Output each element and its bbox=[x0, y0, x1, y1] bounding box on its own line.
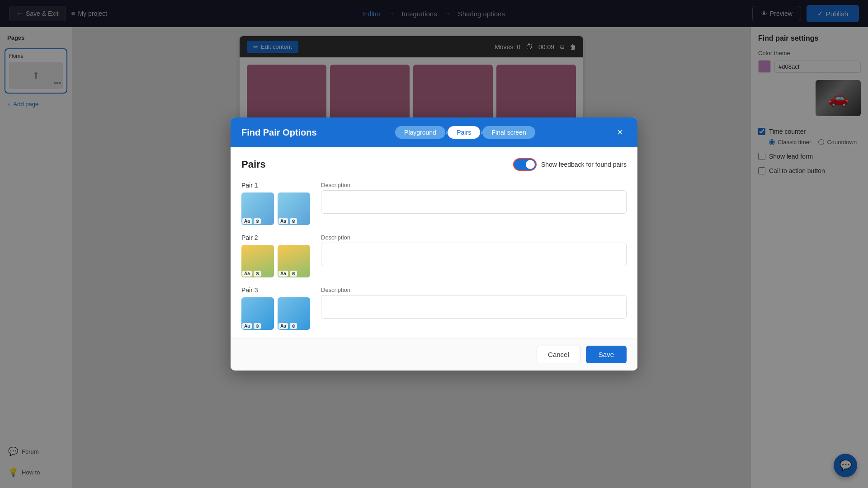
pair-1-aa-badge: Aa bbox=[242, 218, 252, 224]
pair-row-2: Pair 2 Aa ⊙ Aa ⊙ bbox=[241, 234, 627, 277]
pair-2-images: Aa ⊙ Aa ⊙ bbox=[241, 245, 314, 277]
pair-row-3: Pair 3 Aa ⊙ Aa ⊙ bbox=[241, 286, 627, 330]
pair-2-desc-col: Description bbox=[321, 234, 627, 266]
modal-overlay: Find Pair Options Playground › Pairs › F… bbox=[0, 0, 868, 488]
pair-3-image-a-overlay: Aa ⊙ bbox=[242, 323, 261, 329]
save-button[interactable]: Save bbox=[586, 346, 627, 363]
step-final-screen[interactable]: Final screen bbox=[482, 126, 535, 139]
modal-title: Find Pair Options bbox=[241, 127, 317, 138]
pair-2-cam-badge: ⊙ bbox=[254, 271, 261, 277]
pair-1-image-b[interactable]: Aa ⊙ bbox=[278, 192, 310, 225]
pairs-title: Pairs bbox=[241, 159, 266, 170]
modal-close-button[interactable]: × bbox=[613, 125, 627, 140]
pair-row-1: Pair 1 Aa ⊙ Aa ⊙ bbox=[241, 182, 627, 225]
modal-body: Pairs Show feedback for found pairs Pair… bbox=[231, 147, 637, 338]
pair-2b-cam-badge: ⊙ bbox=[290, 271, 297, 277]
toggle-knob bbox=[526, 160, 535, 169]
pair-2-image-b-overlay: Aa ⊙ bbox=[278, 271, 297, 277]
modal-steps: Playground › Pairs › Final screen bbox=[395, 126, 535, 139]
step-pairs[interactable]: Pairs bbox=[448, 126, 480, 139]
find-pair-modal: Find Pair Options Playground › Pairs › F… bbox=[231, 117, 637, 371]
pair-1-image-b-overlay: Aa ⊙ bbox=[278, 218, 297, 224]
pair-1-cam-badge: ⊙ bbox=[254, 218, 261, 224]
pair-1-description-input[interactable] bbox=[321, 190, 627, 214]
pair-3-image-b[interactable]: Aa ⊙ bbox=[278, 297, 310, 330]
pair-3-label: Pair 3 bbox=[241, 286, 314, 294]
pair-3-desc-label: Description bbox=[321, 286, 627, 293]
pair-3-cam-badge: ⊙ bbox=[254, 323, 261, 329]
pair-3-image-b-overlay: Aa ⊙ bbox=[278, 323, 297, 329]
pair-1-desc-label: Description bbox=[321, 182, 627, 188]
pair-2-image-a-overlay: Aa ⊙ bbox=[242, 271, 261, 277]
pair-1-images: Aa ⊙ Aa ⊙ bbox=[241, 192, 314, 225]
pair-2-image-b[interactable]: Aa ⊙ bbox=[278, 245, 310, 277]
pair-3-image-a[interactable]: Aa ⊙ bbox=[241, 297, 274, 330]
pair-3-images: Aa ⊙ Aa ⊙ bbox=[241, 297, 314, 330]
pair-2-image-a[interactable]: Aa ⊙ bbox=[241, 245, 274, 277]
pair-2-label: Pair 2 bbox=[241, 234, 314, 241]
pair-2-description-input[interactable] bbox=[321, 243, 627, 266]
pair-2b-aa-badge: Aa bbox=[278, 271, 288, 277]
pair-3b-aa-badge: Aa bbox=[278, 323, 288, 329]
feedback-toggle[interactable] bbox=[513, 158, 537, 171]
step-playground[interactable]: Playground bbox=[395, 126, 445, 139]
feedback-label: Show feedback for found pairs bbox=[541, 161, 627, 168]
pair-3b-cam-badge: ⊙ bbox=[290, 323, 297, 329]
pairs-header: Pairs Show feedback for found pairs bbox=[241, 158, 627, 171]
pair-3-desc-col: Description bbox=[321, 286, 627, 319]
pair-1b-cam-badge: ⊙ bbox=[290, 218, 297, 224]
pair-3-aa-badge: Aa bbox=[242, 323, 252, 329]
pair-2-aa-badge: Aa bbox=[242, 271, 252, 277]
pair-2-desc-label: Description bbox=[321, 234, 627, 241]
modal-footer: Cancel Save bbox=[231, 338, 637, 371]
pair-1-desc-col: Description bbox=[321, 182, 627, 214]
modal-header: Find Pair Options Playground › Pairs › F… bbox=[231, 117, 637, 147]
pair-1b-aa-badge: Aa bbox=[278, 218, 288, 224]
pair-3-description-input[interactable] bbox=[321, 295, 627, 319]
cancel-button[interactable]: Cancel bbox=[537, 346, 580, 363]
pair-1-image-a[interactable]: Aa ⊙ bbox=[241, 192, 274, 225]
pair-1-label: Pair 1 bbox=[241, 182, 314, 189]
feedback-row: Show feedback for found pairs bbox=[513, 158, 627, 171]
pair-1-image-a-overlay: Aa ⊙ bbox=[242, 218, 261, 224]
